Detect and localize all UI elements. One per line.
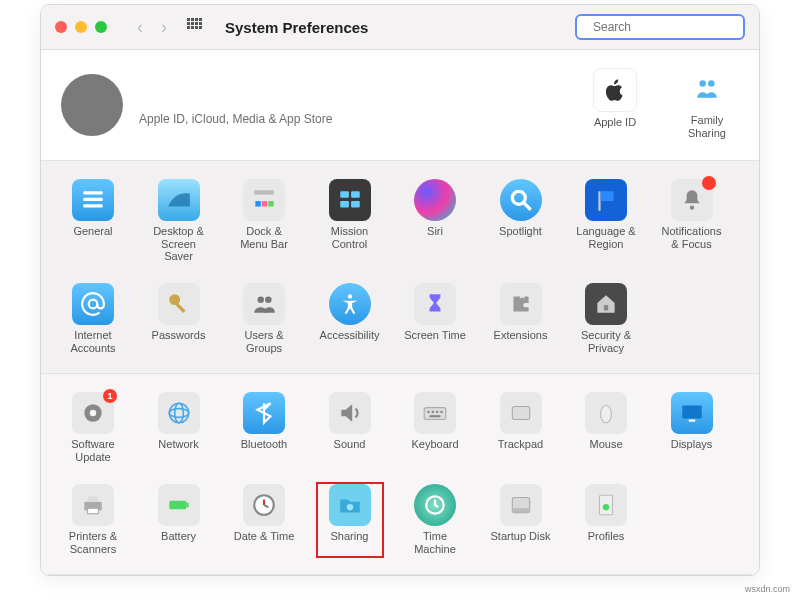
profiles-pref[interactable]: Profiles: [574, 484, 638, 556]
accessibility-icon: [337, 291, 363, 317]
show-all-button[interactable]: [187, 18, 205, 36]
window-controls: [55, 21, 107, 33]
network-pref[interactable]: Network: [147, 392, 211, 464]
pref-label: Passwords: [147, 329, 211, 355]
printers-pref[interactable]: Printers & Scanners: [61, 484, 125, 556]
printer-icon: [80, 492, 106, 518]
pref-label: Dock & Menu Bar: [232, 225, 296, 251]
pref-label: Profiles: [574, 530, 638, 556]
svg-rect-34: [436, 411, 438, 413]
pref-label: Printers & Scanners: [61, 530, 125, 556]
appleid-pref[interactable]: Apple ID: [583, 68, 647, 142]
nav-buttons: ‹ ›: [131, 15, 173, 40]
svg-point-28: [169, 403, 189, 423]
flag-icon: [593, 187, 619, 213]
general-pref[interactable]: General: [61, 179, 125, 263]
search-input[interactable]: [591, 19, 745, 35]
pref-label: Sound: [318, 438, 382, 464]
pref-label: Sharing: [318, 530, 382, 556]
clock-arrow-icon: [422, 492, 448, 518]
close-button[interactable]: [55, 21, 67, 33]
pref-label: Apple ID: [583, 116, 647, 142]
account-section: Apple ID, iCloud, Media & App Store Appl…: [41, 50, 759, 161]
pref-label: Extensions: [489, 329, 553, 355]
passwords-pref[interactable]: Passwords: [147, 283, 211, 355]
svg-rect-14: [351, 201, 360, 208]
mission-pref[interactable]: Mission Control: [318, 179, 382, 263]
svg-rect-12: [351, 191, 360, 198]
bell-icon: [679, 187, 705, 213]
displays-pref[interactable]: Displays: [660, 392, 724, 464]
svg-rect-52: [512, 508, 529, 512]
svg-point-3: [708, 80, 715, 87]
svg-point-29: [169, 409, 189, 418]
spotlight-pref[interactable]: Spotlight: [489, 179, 553, 263]
startup-pref[interactable]: Startup Disk: [489, 484, 553, 556]
back-button[interactable]: ‹: [131, 15, 149, 40]
sound-pref[interactable]: Sound: [318, 392, 382, 464]
accessibility-pref[interactable]: Accessibility: [318, 283, 382, 355]
update-badge: 1: [103, 389, 117, 403]
keyboard-icon: [422, 400, 448, 426]
notification-badge: [702, 176, 716, 190]
pref-label: Language & Region: [574, 225, 638, 251]
trackpad-pref[interactable]: Trackpad: [489, 392, 553, 464]
bluetooth-icon: [251, 400, 277, 426]
svg-rect-40: [688, 419, 695, 421]
pref-label: Date & Time: [232, 530, 296, 556]
prefs-section-2: 1Software Update Network Bluetooth Sound…: [41, 374, 759, 575]
keyboard-pref[interactable]: Keyboard: [403, 392, 467, 464]
mouse-pref[interactable]: Mouse: [574, 392, 638, 464]
forward-button[interactable]: ›: [155, 15, 173, 40]
house-lock-icon: [593, 291, 619, 317]
pref-label: Startup Disk: [489, 530, 553, 556]
sharing-pref[interactable]: Sharing: [314, 480, 386, 560]
search-field[interactable]: [575, 14, 745, 40]
svg-point-38: [601, 405, 612, 422]
svg-rect-35: [440, 411, 442, 413]
timemachine-pref[interactable]: Time Machine: [403, 484, 467, 556]
language-pref[interactable]: Language & Region: [574, 179, 638, 263]
dock-pref[interactable]: Dock & Menu Bar: [232, 179, 296, 263]
security-pref[interactable]: Security & Privacy: [574, 283, 638, 355]
svg-rect-45: [186, 503, 188, 507]
general-icon: [80, 187, 106, 213]
avatar[interactable]: [61, 74, 123, 136]
hourglass-icon: [422, 291, 448, 317]
internet-pref[interactable]: Internet Accounts: [61, 283, 125, 355]
bluetooth-pref[interactable]: Bluetooth: [232, 392, 296, 464]
svg-rect-44: [169, 501, 186, 510]
svg-point-30: [174, 403, 183, 423]
extensions-pref[interactable]: Extensions: [489, 283, 553, 355]
svg-rect-7: [254, 190, 274, 194]
svg-rect-21: [175, 303, 185, 313]
window-title: System Preferences: [225, 19, 368, 36]
siri-pref[interactable]: Siri: [403, 179, 467, 263]
minimize-button[interactable]: [75, 21, 87, 33]
pref-label: Screen Time: [403, 329, 467, 355]
users-pref[interactable]: Users & Groups: [232, 283, 296, 355]
mission-icon: [337, 187, 363, 213]
family-sharing-pref[interactable]: Family Sharing: [675, 68, 739, 142]
datetime-pref[interactable]: Date & Time: [232, 484, 296, 556]
zoom-button[interactable]: [95, 21, 107, 33]
desktop-pref[interactable]: Desktop & Screen Saver: [147, 179, 211, 263]
family-icon: [694, 76, 720, 102]
account-subtitle: Apple ID, iCloud, Media & App Store: [139, 112, 567, 126]
profile-doc-icon: [593, 492, 619, 518]
screentime-pref[interactable]: Screen Time: [403, 283, 467, 355]
notifications-pref[interactable]: Notifications & Focus: [660, 179, 724, 263]
watermark: wsxdn.com: [0, 584, 800, 600]
battery-pref[interactable]: Battery: [147, 484, 211, 556]
svg-point-22: [258, 296, 265, 303]
pref-label: Software Update: [61, 438, 125, 464]
speaker-icon: [337, 400, 363, 426]
gear-icon: [80, 400, 106, 426]
key-icon: [166, 291, 192, 317]
svg-rect-39: [682, 405, 702, 418]
puzzle-icon: [508, 291, 534, 317]
svg-rect-37: [512, 406, 529, 419]
swupdate-pref[interactable]: 1Software Update: [61, 392, 125, 464]
pref-label: Notifications & Focus: [660, 225, 724, 251]
pref-label: Family Sharing: [675, 114, 739, 140]
